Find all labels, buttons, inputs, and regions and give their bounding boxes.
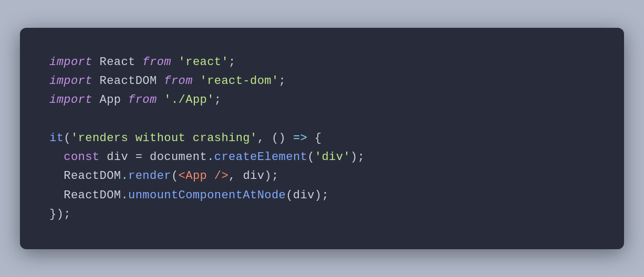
code-token	[171, 56, 179, 69]
code-token: .	[121, 189, 128, 202]
code-line-empty	[49, 110, 595, 129]
code-token: 'react'	[179, 56, 229, 69]
code-token	[49, 151, 64, 164]
code-token: App	[92, 93, 128, 106]
code-token: });	[49, 208, 71, 221]
code-block: import React from 'react';import ReactDO…	[49, 53, 595, 225]
code-token: (	[307, 151, 315, 164]
code-token: 'react-dom'	[200, 74, 279, 88]
code-token: .	[121, 169, 128, 183]
code-token: ;	[214, 93, 222, 106]
code-token: document	[150, 151, 207, 164]
code-token: (div);	[286, 189, 329, 202]
code-line: import App from './App';	[49, 91, 595, 110]
code-token: <App />	[179, 169, 229, 183]
code-token: it	[49, 132, 64, 145]
code-token: (	[64, 132, 71, 145]
code-line: ReactDOM.render(<App />, div);	[49, 167, 595, 186]
code-token: .	[207, 151, 214, 164]
code-token: =>	[293, 132, 307, 145]
code-token: ReactDOM	[49, 169, 121, 183]
code-token: ;	[279, 74, 286, 88]
code-token: 'div'	[315, 151, 350, 164]
code-token: render	[128, 169, 171, 183]
code-token: from	[142, 56, 171, 69]
code-token: createElement	[214, 151, 307, 164]
code-token: , div);	[228, 169, 279, 183]
code-token: ReactDOM	[49, 189, 121, 202]
code-line: import React from 'react';	[49, 53, 595, 72]
code-token: ;	[228, 56, 236, 69]
code-token: React	[92, 56, 143, 69]
code-token: );	[350, 151, 365, 164]
code-line: import ReactDOM from 'react-dom';	[49, 72, 595, 91]
code-token	[193, 74, 200, 88]
code-token: unmountComponentAtNode	[128, 189, 286, 202]
code-line: ReactDOM.unmountComponentAtNode(div);	[49, 186, 595, 205]
code-token: './App'	[164, 93, 214, 106]
code-token: (	[171, 169, 179, 183]
code-token: from	[128, 93, 157, 106]
code-token: {	[307, 132, 321, 145]
code-token: div =	[100, 151, 150, 164]
code-token: 'renders without crashing'	[71, 132, 257, 145]
code-token: ReactDOM	[92, 74, 164, 88]
code-token: import	[49, 74, 92, 88]
code-token: from	[164, 74, 193, 88]
code-window: import React from 'react';import ReactDO…	[20, 28, 624, 250]
code-token: import	[49, 93, 92, 106]
code-token	[157, 93, 164, 106]
code-token: import	[49, 56, 92, 69]
code-token: , ()	[257, 132, 293, 145]
code-line: });	[49, 205, 595, 224]
code-token: const	[64, 151, 99, 164]
code-line: const div = document.createElement('div'…	[49, 148, 595, 167]
code-line: it('renders without crashing', () => {	[49, 129, 595, 148]
